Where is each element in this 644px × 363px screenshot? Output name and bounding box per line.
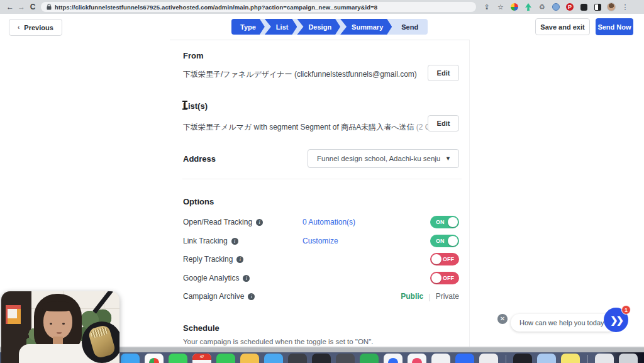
info-icon[interactable]: i (256, 219, 263, 226)
dock-icons: 47 (121, 354, 638, 363)
dock-divider (585, 354, 590, 363)
dock-icon-fcpx[interactable] (513, 354, 532, 363)
from-heading: From (183, 51, 204, 60)
open-read-tracking-toggle[interactable]: ON (430, 216, 459, 228)
forward-icon[interactable]: → (16, 3, 27, 11)
chat-prompt-bubble[interactable]: How can we help you today? (511, 314, 617, 332)
browser-actions: ⇪ ☆ ♻ P ⋮ (482, 3, 630, 11)
campaign-header: ‹ Previous Type List Design Summary Send… (0, 14, 644, 40)
dock-icon-twitter[interactable] (264, 354, 283, 363)
dock-icon-frame-app[interactable] (537, 354, 556, 363)
padlock-icon (47, 4, 52, 10)
option-row-open-read-tracking: Open/Read Tracking i 0 Automation(s) ON (183, 214, 459, 230)
lists-value: 下坂栄里子メルマガ with segment Segment of 商品A未購入… (183, 122, 457, 133)
wall-artwork (6, 305, 21, 324)
step-summary[interactable]: Summary (340, 19, 392, 35)
dock-icon-green-app[interactable] (360, 354, 379, 363)
dock-icon-music[interactable] (408, 354, 426, 363)
chat-unread-badge: 1 (621, 305, 631, 315)
reply-tracking-toggle[interactable]: OFF (430, 253, 459, 265)
choice-divider: | (428, 292, 430, 301)
dock-icon-app-store[interactable] (384, 354, 402, 363)
save-and-exit-button[interactable]: Save and exit (535, 18, 590, 35)
chevron-left-icon: ‹ (18, 24, 19, 31)
screen: ← → C https://clickfunnelstestfunnels679… (0, 0, 644, 363)
archive-private-option[interactable]: Private (436, 292, 459, 301)
dock-icon-trash[interactable] (619, 354, 638, 363)
back-icon[interactable]: ← (4, 3, 16, 11)
text-cursor (182, 101, 187, 109)
dock-icon-chrome[interactable] (145, 354, 164, 363)
step-send[interactable]: Send (392, 19, 428, 35)
option-row-link-tracking: Link Tracking i Customize ON (183, 233, 459, 249)
lists-edit-button[interactable]: Edit (428, 115, 459, 131)
pinterest-extension-icon[interactable]: P (565, 3, 574, 11)
puzzle-extension-icon[interactable] (579, 3, 588, 11)
bookmark-star-icon[interactable]: ☆ (496, 3, 505, 11)
summary-card: From 下坂栄里子/ファネルデザイナー (clickfunnelstestfu… (170, 40, 470, 347)
step-type[interactable]: Type (231, 19, 265, 35)
section-divider (182, 179, 462, 179)
chevron-down-icon: ▼ (445, 155, 451, 162)
from-value: 下坂栄里子/ファネルデザイナー (clickfunnelstestfunnels… (183, 69, 417, 80)
send-now-button[interactable]: Send Now (596, 18, 633, 35)
schedule-heading: Schedule (183, 323, 219, 333)
leaf-extension-icon[interactable] (524, 3, 533, 11)
color-wheel-extension-icon[interactable] (510, 3, 519, 11)
options-heading: Options (183, 197, 214, 206)
reload-icon[interactable]: C (27, 3, 38, 11)
url-bar[interactable]: https://clickfunnelstestfunnels67925.act… (41, 2, 476, 12)
dock-icon-quicktime[interactable] (479, 354, 498, 363)
dock-icon-safari[interactable] (121, 354, 140, 363)
webcam-overlay (1, 291, 119, 363)
automations-link[interactable]: 0 Automation(s) (303, 218, 355, 226)
chat-arrow-icon: ❯❯ (610, 315, 622, 326)
reading-mode-icon[interactable] (593, 3, 602, 11)
google-analytics-toggle[interactable]: OFF (430, 272, 459, 284)
campaign-stepper: Type List Design Summary Send (231, 19, 428, 35)
address-select[interactable]: Funnel design school, Adachi-ku senju-ok… (308, 149, 459, 168)
dock-icon-photos[interactable] (288, 354, 307, 363)
dock-icon-facetime[interactable] (169, 354, 187, 363)
link-tracking-toggle[interactable]: ON (430, 235, 459, 247)
recycle-extension-icon[interactable]: ♻ (538, 3, 547, 11)
url-text: https://clickfunnelstestfunnels67925.act… (55, 4, 377, 11)
dock-icon-clock[interactable] (216, 354, 235, 363)
info-icon[interactable]: i (236, 256, 243, 263)
archive-public-option[interactable]: Public (401, 292, 423, 301)
person-bangs (42, 301, 74, 311)
info-icon[interactable]: i (248, 293, 255, 300)
info-icon[interactable]: i (243, 275, 250, 282)
chat-close-icon[interactable]: ✕ (497, 314, 508, 324)
schedule-description: Your campaign is scheduled when the togg… (183, 338, 373, 345)
onetab-extension-icon[interactable] (552, 3, 560, 11)
info-icon[interactable]: i (231, 238, 238, 245)
option-row-reply-tracking: Reply Tracking i OFF (183, 251, 459, 267)
share-icon[interactable]: ⇪ (482, 3, 491, 11)
step-list[interactable]: List (265, 19, 297, 35)
option-row-google-analytics: Google Analytics i OFF (183, 270, 459, 286)
address-heading: Address (183, 154, 216, 164)
browser-toolbar: ← → C https://clickfunnelstestfunnels679… (0, 0, 644, 14)
option-row-campaign-archive: Campaign Archive i Public | Private (183, 288, 459, 304)
previous-button[interactable]: ‹ Previous (9, 19, 62, 36)
dock-icon-stickies[interactable] (561, 354, 580, 363)
dock-icon-downloads[interactable] (595, 354, 614, 363)
menu-dots-icon[interactable]: ⋮ (621, 3, 630, 11)
dock-divider (503, 354, 508, 363)
dock-icon-camera-app[interactable] (431, 354, 450, 363)
dock-icon-calendar[interactable]: 47 (192, 354, 211, 363)
dock-icon-terminal[interactable] (312, 354, 331, 363)
profile-avatar[interactable] (607, 3, 616, 11)
from-edit-button[interactable]: Edit (428, 65, 459, 81)
dock-icon-notes[interactable] (240, 354, 259, 363)
dock-icon-blue-app[interactable] (455, 354, 474, 363)
step-design[interactable]: Design (297, 19, 340, 35)
dock-icon-photo-booth[interactable] (336, 354, 355, 363)
customize-link[interactable]: Customize (303, 237, 338, 245)
